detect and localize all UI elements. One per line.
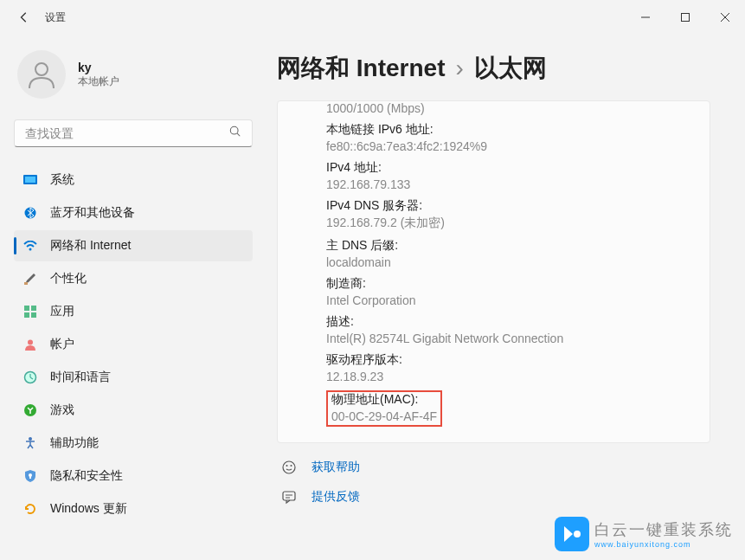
app-title: 设置	[45, 10, 66, 25]
svg-rect-27	[283, 492, 295, 500]
nav-label: Windows 更新	[50, 501, 127, 517]
watermark-icon	[555, 517, 589, 551]
mac-label: 物理地址(MAC):	[331, 392, 437, 408]
help-links: 获取帮助 提供反馈	[277, 459, 710, 505]
description-value: Intel(R) 82574L Gigabit Network Connecti…	[326, 331, 685, 345]
nav-update[interactable]: Windows 更新	[14, 493, 253, 525]
manufacturer-label: 制造商:	[326, 276, 685, 292]
breadcrumb: 网络和 Internet › 以太网	[277, 52, 710, 85]
search-icon	[229, 126, 241, 141]
speed-value: 1000/1000 (Mbps)	[326, 101, 685, 119]
nav-privacy[interactable]: 隐私和安全性	[14, 460, 253, 492]
ipv6-local-value: fe80::6c9a:7ea3:4fc2:1924%9	[326, 139, 685, 153]
nav-accessibility[interactable]: 辅助功能	[14, 428, 253, 459]
svg-point-30	[574, 531, 581, 537]
svg-rect-15	[31, 312, 36, 318]
content-area: 网络和 Internet › 以太网 1000/1000 (Mbps) 本地链接…	[267, 35, 745, 560]
clock-icon	[22, 370, 38, 385]
accessibility-icon	[22, 435, 38, 451]
user-section[interactable]: ky 本地帐户	[14, 43, 253, 113]
help-link-text: 获取帮助	[311, 460, 360, 475]
svg-point-16	[28, 340, 33, 345]
close-button[interactable]	[705, 3, 745, 31]
minimize-button[interactable]	[626, 3, 665, 31]
nav-label: 时间和语言	[50, 370, 111, 385]
nav-apps[interactable]: 应用	[14, 296, 253, 327]
nav-gaming[interactable]: 游戏	[14, 395, 253, 426]
svg-rect-1	[682, 14, 690, 22]
nav-bluetooth[interactable]: 蓝牙和其他设备	[14, 197, 253, 229]
svg-point-10	[29, 248, 32, 251]
user-type: 本地帐户	[78, 74, 119, 89]
svg-rect-8	[25, 177, 35, 183]
nav-label: 系统	[50, 172, 74, 188]
avatar	[17, 50, 66, 99]
wifi-icon	[22, 238, 38, 254]
nav-label: 网络和 Internet	[50, 238, 131, 254]
ipv4-label: IPv4 地址:	[326, 160, 685, 176]
nav-label: 辅助功能	[50, 435, 99, 451]
ipv6-local-label: 本地链接 IPv6 地址:	[326, 122, 685, 138]
svg-point-5	[230, 126, 238, 134]
shield-icon	[22, 468, 38, 484]
sidebar: ky 本地帐户 系统 蓝牙和其他设备 网络和 Internet	[0, 35, 267, 560]
svg-rect-12	[24, 306, 29, 311]
feedback-link-text: 提供反馈	[311, 489, 360, 505]
nav-system[interactable]: 系统	[14, 164, 253, 196]
mac-highlight: 物理地址(MAC): 00-0C-29-04-AF-4F	[326, 390, 442, 427]
nav-list: 系统 蓝牙和其他设备 网络和 Internet 个性化 应用 帐户	[14, 164, 253, 525]
driver-value: 12.18.9.23	[326, 370, 685, 383]
maximize-button[interactable]	[665, 3, 705, 31]
nav-label: 游戏	[50, 402, 74, 418]
svg-point-24	[283, 461, 295, 473]
brush-icon	[22, 271, 38, 286]
gaming-icon	[22, 402, 38, 418]
nav-accounts[interactable]: 帐户	[14, 329, 253, 360]
svg-rect-13	[31, 306, 36, 311]
watermark-url: www.baiyunxitong.com	[594, 540, 733, 549]
mac-value: 00-0C-29-04-AF-4F	[331, 409, 437, 423]
system-icon	[22, 172, 38, 188]
search-box[interactable]	[14, 119, 253, 147]
feedback-icon	[280, 488, 298, 505]
chevron-right-icon: ›	[455, 55, 463, 82]
nav-label: 应用	[50, 304, 74, 319]
titlebar: 设置	[0, 0, 745, 35]
user-name: ky	[78, 61, 119, 74]
ipv4-value: 192.168.79.133	[326, 177, 685, 191]
update-icon	[22, 501, 38, 517]
bluetooth-icon	[22, 205, 38, 221]
nav-label: 蓝牙和其他设备	[50, 205, 135, 221]
nav-label: 个性化	[50, 271, 87, 286]
breadcrumb-current: 以太网	[474, 52, 547, 85]
back-button[interactable]	[17, 10, 31, 24]
feedback-link[interactable]: 提供反馈	[280, 488, 710, 505]
svg-rect-14	[24, 312, 29, 318]
nav-network[interactable]: 网络和 Internet	[14, 230, 253, 261]
driver-label: 驱动程序版本:	[326, 352, 685, 368]
svg-point-26	[291, 465, 292, 467]
svg-point-25	[286, 465, 288, 467]
watermark: 白云一键重装系统 www.baiyunxitong.com	[555, 517, 733, 551]
svg-line-6	[237, 133, 240, 136]
nav-time[interactable]: 时间和语言	[14, 362, 253, 393]
ipv4-dns-label: IPv4 DNS 服务器:	[326, 198, 685, 214]
nav-personalization[interactable]: 个性化	[14, 263, 253, 294]
help-icon	[280, 459, 298, 476]
nav-label: 隐私和安全性	[50, 468, 123, 484]
ipv4-dns-value: 192.168.79.2 (未加密)	[326, 216, 685, 231]
apps-icon	[22, 304, 38, 319]
svg-rect-11	[24, 282, 28, 285]
dns-suffix-value: localdomain	[326, 255, 685, 269]
dns-suffix-label: 主 DNS 后缀:	[326, 238, 685, 254]
svg-rect-23	[29, 476, 31, 479]
nav-label: 帐户	[50, 337, 74, 352]
accounts-icon	[22, 337, 38, 352]
get-help-link[interactable]: 获取帮助	[280, 459, 710, 476]
svg-point-4	[35, 63, 48, 75]
watermark-title: 白云一键重装系统	[594, 519, 733, 540]
network-details-card: 1000/1000 (Mbps) 本地链接 IPv6 地址:fe80::6c9a…	[277, 100, 710, 443]
search-input[interactable]	[25, 126, 229, 140]
breadcrumb-parent[interactable]: 网络和 Internet	[277, 52, 445, 85]
manufacturer-value: Intel Corporation	[326, 293, 685, 307]
